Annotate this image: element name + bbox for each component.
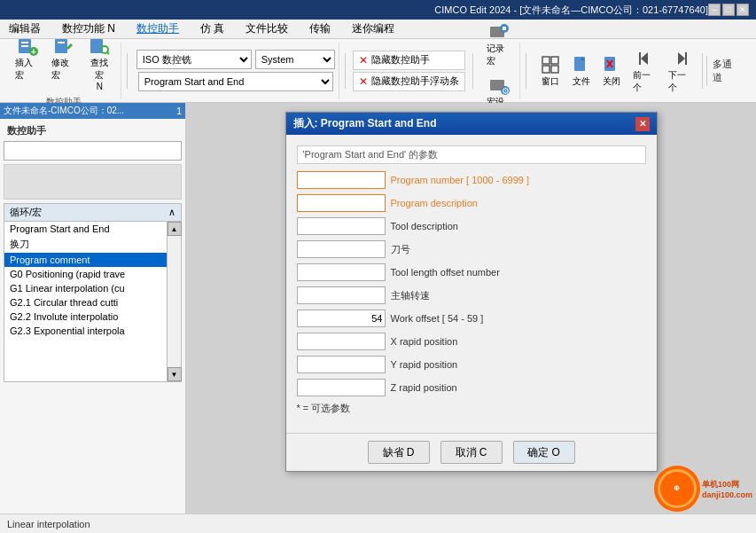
form-row-3: 刀号 bbox=[297, 240, 646, 258]
toolbar: + 插入宏 修改宏 bbox=[0, 39, 756, 103]
menu-compare[interactable]: 文件比较 bbox=[240, 20, 293, 38]
panel-content: 数控助手 循环/宏 ∧ Program Start and End换刀Progr… bbox=[0, 119, 185, 513]
scroll-up-arrow[interactable]: ▲ bbox=[168, 222, 182, 236]
hide-float-btn[interactable]: ✕ 隐藏数控助手浮动条 bbox=[353, 72, 465, 91]
hide-assistant-btn[interactable]: ✕ 隐藏数控助手 bbox=[353, 51, 465, 70]
modal-close-btn[interactable]: ✕ bbox=[635, 117, 650, 131]
form-input-4[interactable] bbox=[297, 263, 386, 281]
brand-area: ⊕ 单机100网 danji100.com bbox=[654, 466, 752, 512]
svg-rect-5 bbox=[55, 39, 67, 53]
insert-macro-btn[interactable]: + 插入宏 bbox=[11, 33, 45, 94]
gray-placeholder-1 bbox=[4, 164, 182, 200]
find-macro-btn[interactable]: 查找宏 N bbox=[82, 33, 117, 94]
title-controls: ─ □ ✕ bbox=[708, 4, 749, 16]
nc-assistant-section: + 插入宏 修改宏 bbox=[7, 43, 121, 99]
svg-marker-27 bbox=[678, 52, 685, 65]
close-file-label: 关闭 bbox=[603, 75, 620, 88]
modify-macro-btn[interactable]: 修改宏 bbox=[47, 33, 82, 94]
form-label-1: Program description bbox=[391, 198, 478, 208]
form-input-1[interactable] bbox=[297, 194, 386, 212]
form-label-7: X rapid position bbox=[391, 336, 458, 347]
maximize-btn[interactable]: □ bbox=[722, 4, 735, 16]
form-input-0[interactable] bbox=[297, 171, 386, 189]
cycle-item-0[interactable]: Program Start and End bbox=[4, 222, 167, 236]
form-input-9[interactable] bbox=[297, 379, 386, 396]
right-toolbar-section: 窗口 文件 关闭 bbox=[532, 43, 749, 99]
brand-text: ⊕ bbox=[674, 484, 680, 493]
form-row-5: 主轴转速 bbox=[297, 286, 646, 304]
window-label: 窗口 bbox=[542, 75, 559, 88]
cycles-collapse-icon: ∧ bbox=[168, 207, 175, 218]
ok-btn[interactable]: 确定 O bbox=[513, 441, 575, 464]
svg-marker-25 bbox=[641, 52, 648, 65]
hide-assistant-label: 隐藏数控助手 bbox=[371, 53, 430, 67]
cycle-item-2[interactable]: Program comment bbox=[4, 253, 167, 267]
default-btn[interactable]: 缺省 D bbox=[368, 441, 430, 464]
form-input-8[interactable] bbox=[297, 356, 386, 373]
svg-rect-28 bbox=[685, 52, 687, 65]
main-area: 插入: Program Start and End ✕ 'Program Sta… bbox=[186, 103, 756, 513]
record-settings-section: 记录宏 ⚙ 宏设置 bbox=[479, 43, 521, 99]
menu-mini-program[interactable]: 迷你编程 bbox=[347, 20, 400, 38]
menu-nc-assistant[interactable]: 数控助手 bbox=[131, 20, 184, 38]
left-panel: 文件未命名-CIMCO公司：02... 1 数控助手 循环/宏 ∧ Progra… bbox=[0, 103, 186, 513]
form-row-1: Program description bbox=[297, 194, 646, 212]
window-icon bbox=[540, 54, 561, 75]
cycles-header[interactable]: 循环/宏 ∧ bbox=[4, 203, 182, 222]
close-file-btn[interactable]: 关闭 bbox=[597, 51, 627, 90]
cancel-btn[interactable]: 取消 C bbox=[440, 441, 503, 464]
menu-transfer[interactable]: 传输 bbox=[304, 20, 336, 38]
prev-btn[interactable]: 前一个 bbox=[628, 45, 663, 97]
form-label-8: Y rapid position bbox=[391, 359, 458, 370]
next-btn[interactable]: 下一个 bbox=[664, 45, 698, 97]
close-btn[interactable]: ✕ bbox=[737, 4, 749, 16]
form-label-5: 主轴转速 bbox=[391, 289, 430, 302]
form-input-2[interactable] bbox=[297, 217, 386, 235]
form-label-6: Work offset [ 54 - 59 ] bbox=[391, 313, 484, 324]
svg-rect-19 bbox=[551, 66, 558, 73]
system-option-select[interactable]: System bbox=[255, 50, 335, 69]
brand-label: 单机100网 danji100.com bbox=[702, 479, 752, 499]
cycles-title: 循环/宏 bbox=[10, 206, 42, 219]
brand-url: danji100.com bbox=[702, 490, 752, 499]
form-input-7[interactable] bbox=[297, 333, 386, 350]
cycle-item-1[interactable]: 换刀 bbox=[4, 236, 167, 253]
file-btn[interactable]: 文件 bbox=[566, 51, 596, 90]
dropdown-row-2: Program Start and End bbox=[138, 72, 333, 91]
nc-btn-row: + 插入宏 修改宏 bbox=[11, 33, 117, 94]
status-bar: Linear interpolation bbox=[0, 513, 756, 533]
hide-float-x-icon: ✕ bbox=[359, 75, 368, 88]
cycles-list: Program Start and End换刀Program commentG0… bbox=[4, 222, 167, 381]
close-file-icon bbox=[601, 54, 622, 75]
system-select[interactable]: ISO 数控铣 bbox=[136, 50, 252, 69]
file-tab[interactable]: 文件未命名-CIMCO公司：02... bbox=[4, 105, 124, 117]
dropdown-row-1: ISO 数控铣 System bbox=[136, 50, 335, 69]
menu-simulate[interactable]: 仿 真 bbox=[195, 20, 230, 38]
cycle-item-7[interactable]: G2.3 Exponential interpola bbox=[4, 324, 167, 338]
form-input-5[interactable] bbox=[297, 286, 386, 304]
svg-text:⚙: ⚙ bbox=[502, 86, 510, 96]
form-label-9: Z rapid position bbox=[391, 382, 457, 393]
form-input-3[interactable] bbox=[297, 240, 386, 258]
record-macro-btn[interactable]: 记录宏 bbox=[482, 19, 517, 70]
form-row-4: Tool length offset number bbox=[297, 263, 646, 281]
svg-rect-16 bbox=[542, 57, 549, 64]
cycle-item-4[interactable]: G1 Linear interpolation (cu bbox=[4, 281, 167, 295]
prev-label: 前一个 bbox=[633, 69, 659, 94]
cycle-item-3[interactable]: G0 Positioning (rapid trave bbox=[4, 267, 167, 281]
form-label-2: Tool description bbox=[391, 221, 458, 231]
cycle-item-6[interactable]: G2.2 Involute interpolatio bbox=[4, 310, 167, 324]
program-select[interactable]: Program Start and End bbox=[138, 72, 333, 91]
window-btn[interactable]: 窗口 bbox=[535, 51, 565, 90]
next-label: 下一个 bbox=[668, 69, 694, 94]
minimize-btn[interactable]: ─ bbox=[708, 4, 721, 16]
nc-assistant-input[interactable] bbox=[4, 141, 182, 161]
modal-note: * = 可选参数 bbox=[297, 402, 646, 415]
form-input-6[interactable] bbox=[297, 310, 386, 327]
find-macro-label: 查找宏 N bbox=[87, 57, 113, 91]
cycles-scrollbar: ▲ ▼ bbox=[167, 222, 181, 381]
scroll-down-arrow[interactable]: ▼ bbox=[168, 367, 182, 381]
cycle-item-5[interactable]: G2.1 Circular thread cutti bbox=[4, 295, 167, 310]
brand-circle: ⊕ bbox=[654, 466, 700, 512]
modify-macro-label: 修改宏 bbox=[51, 57, 77, 82]
